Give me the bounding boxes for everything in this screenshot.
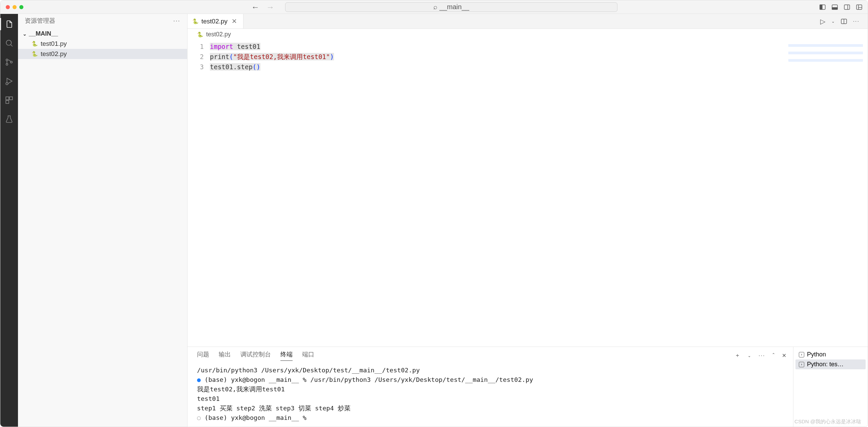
explorer-sidebar: 资源管理器 ··· ⌄ __MAIN__ 🐍 test01.py 🐍 test0… [18,14,188,427]
svg-rect-4 [844,5,850,10]
nav-forward-icon[interactable]: → [266,3,274,11]
panel-tabs: 问题 输出 调试控制台 终端 端口 [188,347,324,361]
terminal-box-icon: › [799,362,804,367]
search-text: __main__ [439,3,469,11]
tab-label: test02.py [201,18,228,25]
panel-tab-problems[interactable]: 问题 [197,350,209,361]
svg-point-11 [6,59,8,61]
editor-area: 🐍 test02.py ✕ ▷ ⌄ ··· 🐍 test02.py 123 im… [188,14,868,427]
terminal-output[interactable]: /usr/bin/python3 /Users/yxk/Desktop/test… [188,361,793,427]
svg-point-12 [6,63,8,65]
file-name: test01.py [41,40,67,48]
svg-point-9 [6,40,11,45]
minimap[interactable] [788,41,863,62]
panel-tab-debug-console[interactable]: 调试控制台 [240,350,271,361]
python-file-icon: 🐍 [32,51,38,57]
terminal-box-icon: › [799,352,804,357]
python-file-icon: 🐍 [197,32,203,38]
breadcrumb-file: test02.py [206,31,231,38]
svg-rect-16 [6,97,9,100]
terminal-entry[interactable]: › Python [795,350,866,359]
workspace-folder[interactable]: ⌄ __MAIN__ [18,29,187,39]
maximize-window-icon[interactable] [19,5,23,9]
activity-bar [0,14,18,427]
extensions-icon[interactable] [4,95,14,105]
window-controls [6,5,23,9]
search-icon: ⌕ [433,3,437,11]
explorer-more-icon[interactable]: ··· [173,17,180,24]
breadcrumb[interactable]: 🐍 test02.py [188,29,868,40]
run-debug-icon[interactable] [4,76,14,86]
svg-rect-17 [9,97,13,100]
search-icon[interactable] [4,38,14,48]
svg-rect-3 [832,7,837,10]
code-editor[interactable]: 123 import test01 print("我是test02,我来调用te… [188,40,868,347]
python-file-icon: 🐍 [32,41,38,47]
run-file-icon[interactable]: ▷ [820,17,825,25]
line-gutter: 123 [188,40,210,347]
terminal-list: › Python › Python: tes… [793,347,868,427]
terminal-dropdown-icon[interactable]: ⌄ [748,353,751,358]
minimize-window-icon[interactable] [13,5,17,9]
layout-toggle-primary-icon[interactable] [820,4,826,10]
source-control-icon[interactable] [4,57,14,67]
close-window-icon[interactable] [6,5,10,9]
svg-point-13 [11,61,12,63]
panel-more-icon[interactable]: ··· [758,353,765,359]
terminal-entry[interactable]: › Python: tes… [795,359,866,369]
new-terminal-icon[interactable]: ＋ [735,352,740,359]
command-center-search[interactable]: ⌕ __main__ [285,2,617,12]
editor-tabs: 🐍 test02.py ✕ ▷ ⌄ ··· [188,14,868,29]
testing-icon[interactable] [4,114,14,124]
layout-toggle-secondary-icon[interactable] [844,4,850,10]
panel-maximize-icon[interactable]: ˆ [773,353,774,359]
run-dropdown-icon[interactable]: ⌄ [831,19,835,24]
watermark: CSDN @我的心永远是冰冰哒 [794,419,861,425]
terminal-entry-label: Python: tes… [807,361,844,368]
editor-tab[interactable]: 🐍 test02.py ✕ [188,14,243,29]
nav-back-icon[interactable]: ← [251,3,259,11]
svg-point-15 [6,82,8,85]
file-item[interactable]: 🐍 test01.py [18,39,187,49]
layout-toggle-panel-icon[interactable] [832,4,838,10]
svg-rect-6 [856,5,862,10]
tab-close-icon[interactable]: ✕ [230,17,238,25]
folder-name: __MAIN__ [29,30,58,37]
panel-tab-ports[interactable]: 端口 [302,350,314,361]
explorer-icon[interactable] [4,19,14,29]
editor-more-icon[interactable]: ··· [853,18,860,24]
panel-tab-terminal[interactable]: 终端 [280,350,293,361]
svg-line-10 [11,44,12,46]
panel-close-icon[interactable]: ✕ [782,352,786,359]
terminal-entry-label: Python [807,351,826,358]
explorer-title: 资源管理器 [25,17,55,25]
panel-tab-output[interactable]: 输出 [219,350,231,361]
svg-rect-18 [6,100,9,104]
code-content: import test01 print("我是test02,我来调用test01… [210,40,334,347]
file-item[interactable]: 🐍 test02.py [18,49,187,59]
svg-rect-1 [820,5,822,10]
titlebar: ← → ⌕ __main__ [0,0,868,14]
python-file-icon: 🐍 [192,18,199,24]
split-editor-icon[interactable] [841,18,847,24]
file-name: test02.py [41,50,67,58]
chevron-down-icon: ⌄ [23,31,27,37]
customize-layout-icon[interactable] [856,4,862,10]
bottom-panel: 问题 输出 调试控制台 终端 端口 ＋ ⌄ ··· ˆ ✕ [188,347,868,427]
